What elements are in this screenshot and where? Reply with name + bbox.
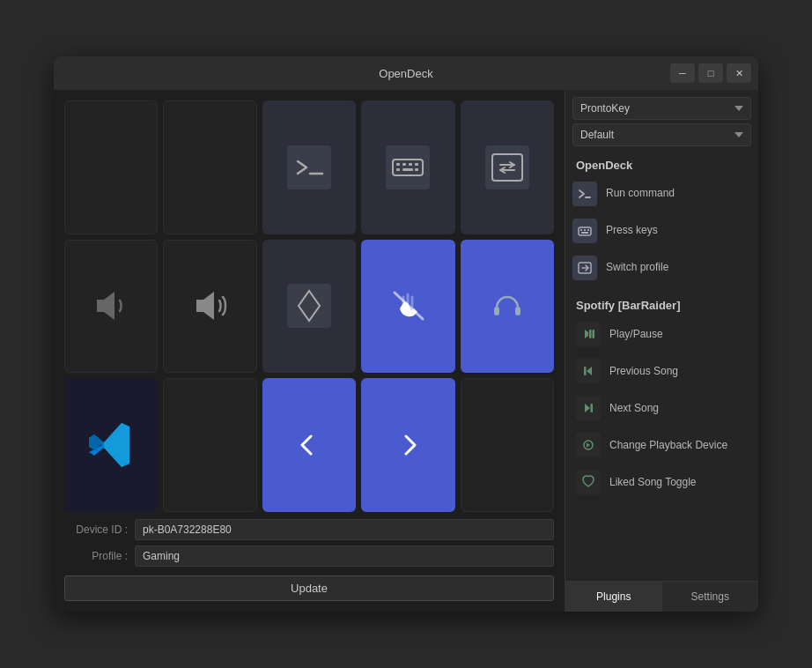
- arrow-left-icon: [292, 427, 327, 463]
- speaker-low-icon: [90, 285, 132, 327]
- grid-cell-stream[interactable]: [262, 240, 356, 374]
- liked-song-label: Liked Song Toggle: [609, 476, 697, 488]
- grid-cell-mute-touch[interactable]: [361, 240, 454, 374]
- grid-cell-swap[interactable]: [461, 100, 554, 234]
- device-id-row: Device ID :: [64, 519, 554, 540]
- grid-cell-arrow-right[interactable]: [361, 378, 454, 512]
- grid-cell-vscode[interactable]: [64, 378, 158, 512]
- grid-cell-14[interactable]: [461, 378, 554, 512]
- run-command-label: Run command: [606, 187, 675, 201]
- grid-cell-headphone[interactable]: [461, 240, 554, 374]
- left-panel: Device ID : Profile : Update: [54, 90, 565, 612]
- svg-point-19: [292, 427, 327, 463]
- dropdown-area: ProntoKey Default: [565, 90, 758, 153]
- grid-cell-speaker-high[interactable]: [163, 240, 256, 374]
- spotify-next-song[interactable]: Next Song: [569, 390, 755, 427]
- next-song-icon: [576, 396, 601, 420]
- button-grid: [64, 100, 554, 512]
- vscode-icon: [85, 419, 137, 471]
- svg-rect-24: [584, 229, 586, 231]
- plugins-tab[interactable]: Plugins: [565, 582, 662, 612]
- mute-touch-icon: [386, 284, 430, 328]
- svg-point-20: [390, 427, 425, 463]
- svg-rect-25: [587, 229, 589, 231]
- stream-icon: [287, 284, 331, 328]
- titlebar: OpenDeck ─ □ ✕: [54, 56, 758, 90]
- profile-dropdown[interactable]: Default: [572, 123, 751, 146]
- play-pause-label: Play/Pause: [609, 328, 663, 340]
- svg-rect-31: [591, 404, 594, 412]
- terminal-icon: [287, 145, 331, 189]
- press-keys-icon: [572, 219, 597, 243]
- spotify-liked-song[interactable]: Liked Song Toggle: [569, 464, 755, 501]
- close-button[interactable]: ✕: [727, 63, 751, 83]
- grid-cell-1[interactable]: [163, 100, 256, 234]
- profile-input[interactable]: [135, 546, 554, 567]
- change-playback-label: Change Playback Device: [609, 439, 727, 451]
- spotify-change-playback[interactable]: Change Playback Device: [569, 427, 755, 464]
- maximize-button[interactable]: □: [698, 63, 723, 83]
- window-controls: ─ □ ✕: [670, 63, 751, 83]
- spotify-section-title: Spotify [BarRaider]: [565, 293, 758, 315]
- profile-label: Profile :: [64, 550, 135, 562]
- grid-cell-0[interactable]: [64, 100, 158, 234]
- main-window: OpenDeck ─ □ ✕: [54, 56, 758, 612]
- svg-rect-28: [589, 330, 592, 338]
- update-button[interactable]: Update: [64, 575, 554, 601]
- svg-rect-17: [494, 307, 499, 315]
- svg-rect-23: [580, 229, 582, 231]
- device-id-input[interactable]: [135, 519, 554, 540]
- arrow-right-icon: [390, 427, 425, 463]
- keyboard-icon: [386, 145, 430, 189]
- svg-point-16: [485, 284, 529, 328]
- svg-rect-7: [415, 163, 418, 166]
- svg-rect-30: [584, 367, 587, 375]
- device-info: Device ID : Profile : Update: [64, 512, 554, 601]
- profile-row: Profile :: [64, 546, 554, 567]
- switch-profile-label: Switch profile: [606, 261, 668, 275]
- svg-rect-29: [593, 330, 595, 338]
- window-title: OpenDeck: [379, 67, 432, 80]
- plugin-run-command[interactable]: Run command: [565, 175, 758, 212]
- device-dropdown[interactable]: ProntoKey: [572, 97, 751, 120]
- spotify-play-pause[interactable]: Play/Pause: [569, 315, 755, 353]
- minimize-button[interactable]: ─: [670, 63, 695, 83]
- right-panel: ProntoKey Default OpenDeck Run command: [565, 90, 758, 612]
- svg-rect-0: [287, 145, 331, 189]
- grid-cell-10[interactable]: [163, 378, 256, 512]
- svg-rect-10: [415, 168, 418, 171]
- svg-rect-6: [409, 163, 412, 166]
- next-song-label: Next Song: [609, 402, 659, 414]
- bottom-tabs: Plugins Settings: [565, 581, 758, 612]
- svg-rect-4: [396, 163, 400, 166]
- plugin-press-keys[interactable]: Press keys: [565, 212, 758, 249]
- grid-cell-cmd[interactable]: [262, 100, 356, 234]
- device-id-label: Device ID :: [64, 523, 135, 536]
- speaker-high-icon: [189, 285, 232, 327]
- svg-rect-22: [579, 227, 591, 235]
- svg-rect-5: [402, 163, 406, 166]
- change-playback-icon: [576, 433, 601, 457]
- press-keys-label: Press keys: [606, 224, 658, 238]
- headphone-icon: [485, 284, 529, 328]
- switch-profile-icon: [572, 256, 597, 280]
- grid-cell-arrow-left[interactable]: [262, 378, 356, 512]
- svg-rect-18: [515, 307, 520, 315]
- previous-song-label: Previous Song: [609, 365, 678, 377]
- spotify-list: Play/Pause Previous Song: [565, 315, 758, 581]
- play-pause-icon: [576, 322, 601, 346]
- settings-tab[interactable]: Settings: [662, 582, 759, 612]
- plugin-switch-profile[interactable]: Switch profile: [565, 249, 758, 286]
- grid-cell-keyboard[interactable]: [361, 100, 454, 234]
- svg-rect-8: [396, 168, 400, 171]
- spotify-previous-song[interactable]: Previous Song: [569, 353, 755, 390]
- liked-song-icon: [576, 470, 601, 494]
- run-command-icon: [572, 182, 597, 206]
- opendeck-section-title: OpenDeck: [565, 153, 758, 175]
- swap-icon: [485, 145, 529, 189]
- content-area: Device ID : Profile : Update ProntoKey D…: [54, 90, 758, 612]
- svg-rect-9: [402, 168, 413, 171]
- previous-song-icon: [576, 359, 601, 383]
- svg-rect-26: [581, 232, 588, 234]
- grid-cell-speaker-low[interactable]: [64, 240, 158, 374]
